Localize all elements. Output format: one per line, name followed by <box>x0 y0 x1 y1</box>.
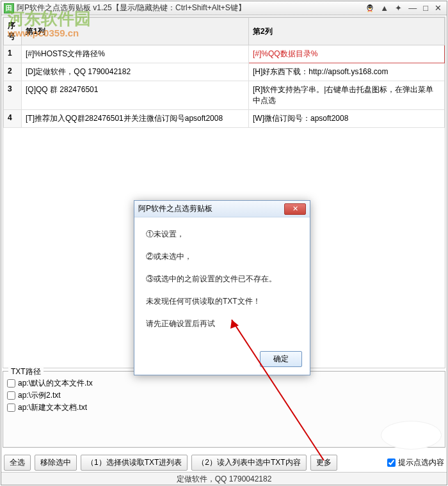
table-row[interactable]: 2 [D]定做软件，QQ 1790042182 [H]好东西下载：http://… <box>4 63 445 81</box>
remove-selected-button[interactable]: 移除选中 <box>35 455 77 471</box>
dialog-body: ①未设置， ②或未选中， ③或选中的之前设置的文件已不存在。 未发现任何可供读取… <box>134 217 310 347</box>
pin-icon[interactable]: ▲ <box>379 3 390 13</box>
file-path: ap:\示例2.txt <box>18 390 61 401</box>
file-row[interactable]: ap:\新建文本文档.txt <box>7 402 441 413</box>
file-checkbox[interactable] <box>7 379 15 388</box>
dialog-titlebar[interactable]: 阿P软件之点选剪贴板 ✕ <box>134 201 310 217</box>
app-icon: 田 <box>4 3 14 13</box>
svg-point-4 <box>371 6 371 7</box>
file-checkbox[interactable] <box>7 404 15 412</box>
titlebar: 田 阿P软件之点选剪贴板 v1.25【显示/隐藏热键：Ctrl+Shift+Al… <box>1 1 447 15</box>
table-row[interactable]: 4 [T]推荐加入QQ群282476501并关注微信订阅号apsoft2008 … <box>4 110 445 128</box>
hint-checkbox[interactable] <box>387 459 396 467</box>
minimize-button[interactable]: — <box>407 3 418 13</box>
svg-point-7 <box>371 11 372 12</box>
button-bar: 全选 移除选中 （1）选择供读取TXT进列表 （2）读入列表中选中TXT内容 更… <box>4 454 444 471</box>
dialog-line: ①未设置， <box>146 229 298 240</box>
dialog-ok-button[interactable]: 确定 <box>260 351 302 367</box>
col-header-num[interactable]: 序号 <box>4 18 22 45</box>
message-dialog: 阿P软件之点选剪贴板 ✕ ①未设置， ②或未选中， ③或选中的之前设置的文件已不… <box>134 200 310 375</box>
hint-checkbox-label[interactable]: 提示点选内容 <box>387 457 444 468</box>
table-row[interactable]: 3 [Q]QQ 群 282476501 [R]软件支持热字串。|右键单击托盘图标… <box>4 81 445 110</box>
panel-legend: TXT路径 <box>8 366 44 377</box>
qq-icon[interactable] <box>365 3 375 13</box>
txt-path-panel: TXT路径 ap:\默认的文本文件.tx ap:\示例2.txt ap:\新建文… <box>3 371 445 448</box>
dialog-line: 未发现任何可供读取的TXT文件！ <box>146 296 298 307</box>
dialog-line: ③或选中的之前设置的文件已不存在。 <box>146 274 298 285</box>
maximize-button[interactable]: □ <box>422 3 429 13</box>
table-row[interactable]: 1 [#]%HOSTS文件路径% [#]%QQ数据目录% <box>4 45 445 63</box>
col-header-2[interactable]: 第2列 <box>249 18 445 45</box>
file-path: ap:\默认的文本文件.tx <box>18 378 93 389</box>
svg-point-3 <box>369 6 369 7</box>
status-bar: 定做软件，QQ 1790042182 <box>1 472 447 485</box>
col-header-1[interactable]: 第1列 <box>22 18 249 45</box>
file-checkbox[interactable] <box>7 391 15 400</box>
file-path: ap:\新建文本文档.txt <box>18 402 87 413</box>
load-txt-button[interactable]: （1）选择供读取TXT进列表 <box>81 455 188 471</box>
select-all-button[interactable]: 全选 <box>4 455 31 471</box>
dialog-line: ②或未选中， <box>146 251 298 262</box>
read-txt-button[interactable]: （2）读入列表中选中TXT内容 <box>191 455 306 471</box>
settings-icon[interactable]: ✦ <box>394 3 403 13</box>
file-row[interactable]: ap:\示例2.txt <box>7 390 441 401</box>
window-title: 阿P软件之点选剪贴板 v1.25【显示/隐藏热键：Ctrl+Shift+Alt+… <box>17 3 365 13</box>
file-row[interactable]: ap:\默认的文本文件.tx <box>7 378 441 389</box>
decorative-blob <box>381 421 442 450</box>
svg-point-5 <box>369 8 371 9</box>
dialog-title: 阿P软件之点选剪贴板 <box>138 203 284 214</box>
close-button[interactable]: ✕ <box>433 3 443 13</box>
more-button[interactable]: 更多 <box>310 455 337 471</box>
dialog-close-button[interactable]: ✕ <box>284 203 306 215</box>
svg-point-6 <box>367 11 369 12</box>
dialog-line: 请先正确设置后再试 <box>146 318 298 329</box>
